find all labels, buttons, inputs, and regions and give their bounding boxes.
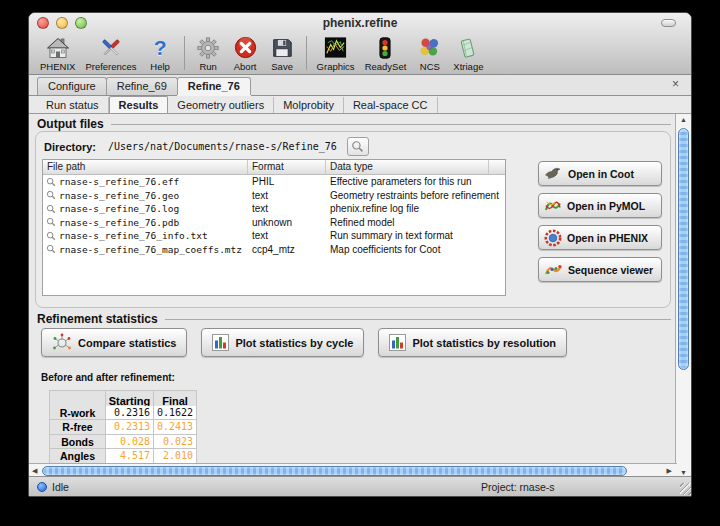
file-row[interactable]: rnase-s_refine_76_map_coeffs.mtz ccp4_mt… bbox=[43, 243, 505, 257]
subtab-results[interactable]: Results bbox=[109, 96, 169, 113]
column-header-file-path[interactable]: File path bbox=[43, 160, 248, 174]
project-label: Project: rnase-s bbox=[481, 481, 555, 493]
toolbar-item-label: Run bbox=[199, 61, 216, 72]
plot-statistics-by-resolution-button[interactable]: Plot statistics by resolution bbox=[378, 328, 567, 357]
stats-value: 0.1622 bbox=[154, 406, 197, 421]
file-data-type: Geometry restraints before refinement bbox=[326, 190, 505, 201]
scroll-up-arrow-icon[interactable]: ▲ bbox=[676, 116, 691, 123]
stats-value: 0.2413 bbox=[154, 420, 197, 435]
file-row[interactable]: rnase-s_refine_76.pdb unknown Refined mo… bbox=[43, 216, 505, 230]
plot-statistics-by-cycle-button[interactable]: Plot statistics by cycle bbox=[201, 328, 364, 357]
status-indicator-icon bbox=[37, 482, 47, 492]
tab-close-icon[interactable]: × bbox=[672, 78, 679, 90]
file-row[interactable]: rnase-s_refine_76.geo text Geometry rest… bbox=[43, 189, 505, 203]
toolbar-graphics-button[interactable]: Graphics bbox=[312, 34, 360, 72]
readyset-traffic-light-icon bbox=[372, 34, 399, 61]
toolbar-item-label: Abort bbox=[234, 61, 257, 72]
toolbar-help-button[interactable]: ? Help bbox=[142, 34, 179, 72]
toolbar-xtriage-button[interactable]: Xtriage bbox=[448, 34, 488, 72]
column-header-format[interactable]: Format bbox=[248, 160, 326, 174]
file-data-type: Effective parameters for this run bbox=[326, 176, 505, 187]
pymol-ribbon-icon bbox=[544, 198, 562, 214]
toolbar-item-label: Xtriage bbox=[453, 61, 483, 72]
toolbar-item-label: ReadySet bbox=[365, 61, 407, 72]
toolbar-readyset-button[interactable]: ReadySet bbox=[360, 34, 412, 72]
file-format: text bbox=[248, 230, 326, 241]
magnifier-icon bbox=[46, 244, 56, 254]
coot-bird-icon bbox=[544, 166, 563, 181]
output-files-groupbox: Directory: /Users/nat/Documents/rnase-s/… bbox=[35, 131, 671, 308]
stats-value: 0.028 bbox=[106, 435, 154, 450]
directory-path: /Users/nat/Documents/rnase-s/Refine_76 bbox=[108, 141, 337, 152]
sequence-viewer-button[interactable]: Sequence viewer bbox=[538, 257, 662, 282]
stats-row-label: R-work bbox=[50, 406, 106, 421]
stats-row-label: R-free bbox=[50, 420, 106, 435]
directory-label: Directory: bbox=[44, 141, 96, 153]
save-icon bbox=[269, 34, 296, 61]
compare-statistics-button[interactable]: Compare statistics bbox=[41, 328, 187, 357]
toolbar-phenix-button[interactable]: PHENIX bbox=[35, 34, 80, 72]
tab-refine-76[interactable]: Refine_76 bbox=[177, 77, 251, 95]
zoom-window-button[interactable] bbox=[75, 17, 87, 29]
toolbar-ncs-button[interactable]: NCS bbox=[411, 34, 448, 72]
bar-chart-icon bbox=[389, 334, 406, 351]
toolbar-run-button[interactable]: Run bbox=[190, 34, 227, 72]
vertical-scrollbar[interactable]: ▲ ▼ bbox=[675, 114, 691, 478]
magnifier-icon bbox=[46, 204, 56, 214]
toolbar-save-button[interactable]: Save bbox=[264, 34, 301, 72]
subtab-run-status[interactable]: Run status bbox=[37, 97, 109, 113]
resize-grip[interactable] bbox=[680, 483, 692, 495]
xtriage-icon bbox=[455, 34, 482, 61]
phenix-logo-icon bbox=[544, 229, 562, 247]
toolbar-item-label: PHENIX bbox=[40, 61, 75, 72]
toolbar-preferences-button[interactable]: Preferences bbox=[80, 34, 141, 72]
stats-value: 0.2313 bbox=[106, 420, 154, 435]
file-path: rnase-s_refine_76.eff bbox=[59, 176, 179, 187]
vertical-scrollbar-thumb[interactable] bbox=[678, 128, 689, 370]
open-in-phenix-button[interactable]: Open in PHENIX bbox=[538, 225, 662, 250]
subtab-geometry-outliers[interactable]: Geometry outliers bbox=[168, 97, 274, 113]
open-in-pymol-button[interactable]: Open in PyMOL bbox=[538, 193, 662, 218]
sequence-icon bbox=[544, 262, 563, 277]
tab-refine-69[interactable]: Refine_69 bbox=[106, 77, 178, 95]
file-row[interactable]: rnase-s_refine_76_info.txt text Run summ… bbox=[43, 229, 505, 243]
compare-graph-icon bbox=[52, 333, 72, 353]
scroll-left-arrow-icon[interactable]: ◀ bbox=[32, 467, 37, 475]
file-format: text bbox=[248, 203, 326, 214]
toolbar-abort-button[interactable]: Abort bbox=[227, 34, 264, 72]
minimize-window-button[interactable] bbox=[56, 17, 68, 29]
title-bar: phenix.refine bbox=[29, 13, 691, 33]
scroll-right-arrow-icon[interactable]: ▶ bbox=[667, 467, 672, 475]
stats-value: 0.2316 bbox=[106, 406, 154, 421]
stats-value: 2.010 bbox=[154, 449, 197, 463]
toolbar-separator bbox=[184, 36, 185, 70]
column-header-data-type[interactable]: Data type bbox=[326, 160, 489, 174]
app-window: phenix.refine PHENIX Preferences ? Help bbox=[28, 12, 692, 497]
bar-chart-icon bbox=[212, 334, 229, 351]
file-row[interactable]: rnase-s_refine_76.log text phenix.refine… bbox=[43, 202, 505, 216]
horizontal-scrollbar-thumb[interactable] bbox=[42, 466, 627, 476]
toolbar-toggle-button[interactable] bbox=[661, 19, 676, 27]
magnifier-icon bbox=[46, 190, 56, 200]
open-in-coot-button[interactable]: Open in Coot bbox=[538, 161, 662, 186]
graphics-icon bbox=[322, 34, 349, 61]
magnifier-icon bbox=[351, 140, 364, 153]
results-panel: Output files Directory: /Users/nat/Docum… bbox=[29, 114, 677, 463]
before-after-stats-table: Starting Final R-work 0.2316 0.1622 R-fr… bbox=[49, 390, 197, 463]
browse-directory-button[interactable] bbox=[347, 137, 369, 156]
subtab-molprobity[interactable]: Molprobity bbox=[274, 97, 344, 113]
output-files-table: File path Format Data type rnase-s_refin… bbox=[42, 159, 506, 296]
magnifier-icon bbox=[46, 217, 56, 227]
file-format: PHIL bbox=[248, 176, 326, 187]
file-data-type: Run summary in text format bbox=[326, 230, 505, 241]
window-title: phenix.refine bbox=[29, 13, 691, 33]
directory-row: Directory: /Users/nat/Documents/rnase-s/… bbox=[44, 137, 369, 156]
tab-configure[interactable]: Configure bbox=[37, 77, 107, 95]
subtab-real-space-cc[interactable]: Real-space CC bbox=[344, 97, 438, 113]
scroll-down-arrow-icon[interactable]: ▼ bbox=[676, 469, 691, 476]
close-window-button[interactable] bbox=[37, 17, 49, 29]
file-row[interactable]: rnase-s_refine_76.eff PHIL Effective par… bbox=[43, 175, 505, 189]
file-data-type: Refined model bbox=[326, 217, 505, 228]
file-path: rnase-s_refine_76.geo bbox=[59, 190, 179, 201]
toolbar-item-label: Preferences bbox=[85, 61, 136, 72]
